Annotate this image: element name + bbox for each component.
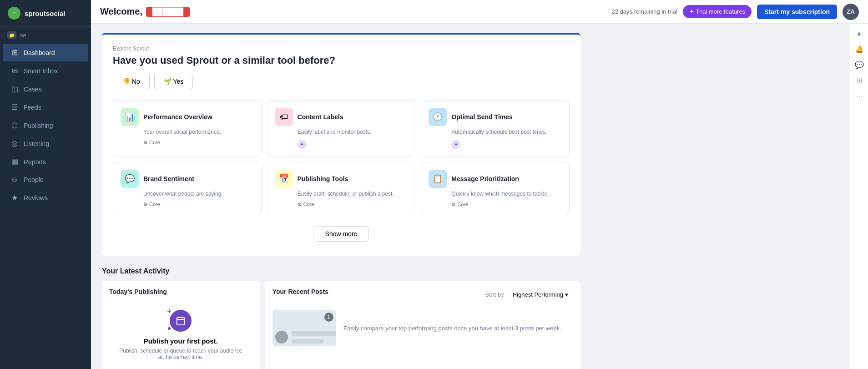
sidebar-item-reviews[interactable]: ★ Reviews <box>3 189 88 207</box>
feeds-icon: ☰ <box>10 103 19 111</box>
recent-posts-content: 1 Easily compare your top performing pos… <box>273 306 573 346</box>
sidebar-label-reviews: Reviews <box>24 194 48 202</box>
right-icon-strip: ▲ 🔔 💬 ⊞ ⋯ <box>850 24 868 369</box>
post-number-badge: 1 <box>324 313 333 322</box>
publish-dot-icon <box>168 327 171 330</box>
publish-empty-title: Publish your first post. <box>144 337 218 345</box>
feature-desc-optimal: Automatically schedule best post times. <box>451 129 562 135</box>
activity-title: Your Latest Activity <box>102 267 580 275</box>
explore-label: Explore Sprout <box>113 45 570 52</box>
chevron-down-icon: ▾ <box>565 291 568 298</box>
feature-desc-performance: Your overall social performance. <box>143 129 254 135</box>
feature-badge-pub-tools: ⚙ Core <box>298 202 408 207</box>
feature-card-message-priority: 📋 Message Prioritization Quickly know wh… <box>421 162 570 215</box>
publish-icon-wrapper: + <box>170 310 192 332</box>
show-more-button[interactable]: Show more <box>314 226 369 242</box>
feature-title-optimal: Optimal Send Times <box>451 113 512 121</box>
feature-desc-sentiment: Uncover what people are saying. <box>143 191 254 197</box>
workspace-label: se <box>20 32 26 39</box>
sidebar-nav: ⊞ Dashboard ✉ Smart Inbox ◫ Cases ☰ Feed… <box>0 43 91 207</box>
publish-calendar-icon <box>170 310 192 332</box>
more-options-icon[interactable]: ⋯ <box>856 92 863 101</box>
feature-title-labels: Content Labels <box>298 113 343 121</box>
topbar: Welcome, ██████ 22 days remaining in tri… <box>91 0 868 24</box>
recent-posts-empty-text: Easily compare your top performing posts… <box>343 325 561 332</box>
workspace-icon: 📁 <box>7 31 16 39</box>
publishing-icon: ⬡ <box>10 121 19 130</box>
sidebar-label-publishing: Publishing <box>24 122 53 129</box>
start-subscription-button[interactable]: Start my subscription <box>757 5 837 19</box>
user-avatar[interactable]: ZA <box>843 4 859 20</box>
sidebar-item-reports[interactable]: ▦ Reports <box>3 153 88 171</box>
sidebar-item-cases[interactable]: ◫ Cases <box>3 80 88 98</box>
listening-icon: ◎ <box>10 139 19 148</box>
feature-card-header-sentiment: 💬 Brand Sentiment <box>121 170 254 188</box>
feature-card-brand-sentiment: 💬 Brand Sentiment Uncover what people ar… <box>113 162 262 215</box>
sidebar-top: sproutsocial <box>0 0 91 27</box>
sidebar-item-dashboard[interactable]: ⊞ Dashboard <box>3 44 88 61</box>
sidebar-item-smart-inbox[interactable]: ✉ Smart Inbox <box>3 62 88 80</box>
todays-publishing-card: Today's Publishing + <box>102 281 260 369</box>
feature-card-optimal-send: 🕐 Optimal Send Times Automatically sched… <box>421 100 570 157</box>
recent-posts-card: Your Recent Posts Sort by Highest Perfor… <box>265 281 580 369</box>
feature-badge-labels: ✦ <box>298 140 408 149</box>
core-badge-sentiment: ⚙ Core <box>143 202 160 207</box>
sidebar-label-people: People <box>24 176 44 183</box>
chat-icon[interactable]: 💬 <box>855 61 864 69</box>
post-thumbnail: 1 <box>273 310 336 346</box>
feature-desc-labels: Easily label and monitor posts. <box>298 129 408 135</box>
publish-empty-desc: Publish, schedule or queue to reach your… <box>118 348 243 360</box>
user-name-badge: ██████ <box>146 7 190 17</box>
feature-card-header-msg: 📋 Message Prioritization <box>429 170 562 188</box>
sort-by-container: Sort by Highest Performing ▾ <box>485 289 573 300</box>
sidebar-item-publishing[interactable]: ⬡ Publishing <box>3 116 88 134</box>
main-wrapper: Welcome, ██████ 22 days remaining in tri… <box>91 0 868 369</box>
svg-point-0 <box>8 7 20 20</box>
feature-desc-pub-tools: Easily draft, schedule, or publish a pos… <box>298 191 408 197</box>
grid-icon[interactable]: ⊞ <box>856 76 862 85</box>
reviews-icon: ★ <box>10 193 19 202</box>
feature-title-msg: Message Prioritization <box>451 175 519 182</box>
explore-section: Explore Sprout Have you used Sprout or a… <box>102 33 580 256</box>
welcome-heading: Welcome, ██████ <box>100 6 612 17</box>
post-avatar-small <box>275 331 288 344</box>
feature-badge-performance: ⚙ Core <box>143 140 254 146</box>
sidebar-item-listening[interactable]: ◎ Listening <box>3 135 88 152</box>
sidebar-label-listening: Listening <box>24 140 49 147</box>
sidebar-label-feeds: Feeds <box>24 104 41 111</box>
feature-badge-msg: ⚙ Core <box>451 202 562 207</box>
performance-overview-icon: 📊 <box>121 108 139 126</box>
feature-card-header: 📊 Performance Overview <box>121 108 254 126</box>
no-button[interactable]: 👎 No <box>113 74 150 89</box>
core-badge-pub-tools: ⚙ Core <box>298 202 314 207</box>
trial-remaining-text: 22 days remaining in trial <box>612 8 678 15</box>
publishing-tools-icon: 📅 <box>275 170 293 188</box>
scroll-up-icon[interactable]: ▲ <box>856 29 863 37</box>
sidebar-label-cases: Cases <box>24 86 42 93</box>
people-icon: ☺ <box>10 176 19 184</box>
feature-card-header-pub-tools: 📅 Publishing Tools <box>275 170 408 188</box>
sproutsocial-logo-icon <box>7 6 21 20</box>
feature-title-pub-tools: Publishing Tools <box>298 175 348 182</box>
feature-card-header-optimal: 🕐 Optimal Send Times <box>429 108 562 126</box>
yes-button[interactable]: 🌱 Yes <box>154 74 193 89</box>
sidebar-label-reports: Reports <box>24 158 46 166</box>
workspace-selector[interactable]: 📁 se <box>0 27 91 43</box>
sidebar-label-smart-inbox: Smart Inbox <box>24 67 58 75</box>
sidebar-item-people[interactable]: ☺ People <box>3 171 88 188</box>
trial-more-features-button[interactable]: ✦ Trial more features <box>683 5 752 18</box>
sort-by-label: Sort by <box>485 291 504 298</box>
content-labels-icon: 🏷 <box>275 108 293 126</box>
optimal-send-icon: 🕐 <box>429 108 447 126</box>
content-inner: Explore Sprout Have you used Sprout or a… <box>91 24 591 369</box>
sort-select[interactable]: Highest Performing ▾ <box>508 289 573 300</box>
sidebar-item-feeds[interactable]: ☰ Feeds <box>3 98 88 116</box>
activity-section: Your Latest Activity Today's Publishing … <box>102 267 580 369</box>
recent-posts-header: Your Recent Posts Sort by Highest Perfor… <box>273 288 573 301</box>
notifications-icon[interactable]: 🔔 <box>855 45 864 53</box>
sidebar-logo: sproutsocial <box>7 6 65 20</box>
publish-plus-icon: + <box>167 307 171 315</box>
topbar-right: 22 days remaining in trial ✦ Trial more … <box>612 4 859 20</box>
reports-icon: ▦ <box>10 157 19 166</box>
premium-badge-labels: ✦ <box>298 140 307 149</box>
